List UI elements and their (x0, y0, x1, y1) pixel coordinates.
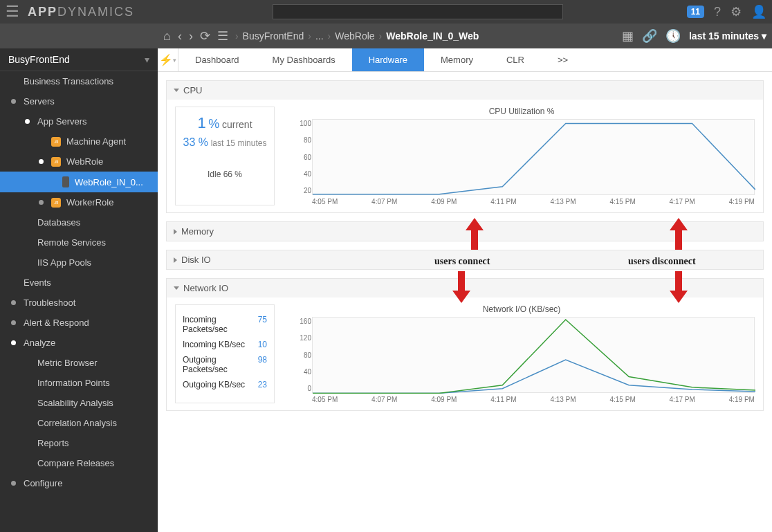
tab-more[interactable]: >> (541, 48, 585, 71)
sidebar-item-reports[interactable]: Reports (0, 433, 158, 453)
breadcrumb: › BusyFrontEnd › ... › WebRole › WebRole… (235, 30, 479, 42)
sidebar-item-metric-browser[interactable]: Metric Browser (0, 353, 158, 373)
sidebar-item-correlation[interactable]: Correlation Analysis (0, 413, 158, 433)
refresh-icon[interactable]: ⟳ (200, 28, 210, 44)
notification-badge[interactable]: 11 (687, 6, 704, 18)
sidebar-app-selector[interactable]: BusyFrontEnd▾ (0, 48, 158, 71)
dotnet-icon: .n (51, 157, 61, 167)
breadcrumb-tier[interactable]: WebRole (335, 30, 374, 42)
grid-icon[interactable]: ▦ (622, 28, 634, 44)
sidebar-item-troubleshoot[interactable]: Troubleshoot (0, 293, 158, 313)
list-icon[interactable]: ☰ (217, 28, 228, 44)
annot-connect: users connect (434, 256, 490, 267)
sidebar-item-workerrole[interactable]: .nWorkerRole (0, 192, 158, 212)
cpu-avg-value: 33 % (183, 136, 208, 148)
breadcrumb-node: WebRole_IN_0_Web (386, 30, 479, 42)
sidebar-item-configure[interactable]: Configure (0, 473, 158, 493)
content-area: ⚡▾ Dashboard My Dashboards Hardware Memo… (158, 48, 772, 532)
bolt-icon[interactable]: ⚡▾ (158, 48, 178, 71)
sidebar-item-servers[interactable]: Servers (0, 91, 158, 111)
sidebar-item-databases[interactable]: Databases (0, 212, 158, 232)
logo-part2: DYNAMICS (57, 5, 134, 19)
home-icon[interactable]: ⌂ (163, 29, 171, 44)
panel-cpu-header[interactable]: CPU (167, 81, 763, 100)
cpu-current-card: 1 % current 33 % last 15 minutes Idle 66… (175, 107, 275, 205)
sidebar-item-info-points[interactable]: Information Points (0, 373, 158, 393)
tab-strip: ⚡▾ Dashboard My Dashboards Hardware Memo… (158, 48, 772, 72)
arrow-up-connect (466, 218, 484, 250)
gear-icon[interactable]: ⚙ (730, 4, 742, 19)
top-bar: ☰ APPDYNAMICS 11 ? ⚙ 👤 (0, 0, 772, 24)
help-icon[interactable]: ? (714, 5, 721, 19)
panel-cpu: CPU 1 % current 33 % last 15 minutes Idl… (166, 80, 764, 213)
cpu-chart[interactable]: 10080604020 (312, 119, 755, 195)
net-row: Incoming Packets/sec75 (183, 312, 267, 337)
cpu-chart-title: CPU Utilization % (288, 107, 755, 116)
device-icon (62, 176, 69, 187)
arrow-up-disconnect (670, 218, 688, 250)
net-chart-title: Network I/O (KB/sec) (288, 304, 755, 314)
sidebar-item-app-servers[interactable]: App Servers (0, 111, 158, 131)
tab-my-dashboards[interactable]: My Dashboards (256, 48, 352, 71)
cpu-idle: Idle 66 % (183, 169, 267, 179)
breadcrumb-app[interactable]: BusyFrontEnd (243, 30, 304, 42)
logo-part1: APP (28, 5, 57, 19)
svg-marker-0 (466, 218, 484, 250)
sidebar-item-remote[interactable]: Remote Services (0, 232, 158, 253)
clock-icon: 🕔 (665, 28, 681, 44)
tab-clr[interactable]: CLR (490, 48, 541, 71)
dotnet-icon: .n (51, 137, 61, 147)
net-row: Outgoing KB/sec23 (183, 377, 267, 392)
logo[interactable]: APPDYNAMICS (28, 5, 134, 19)
net-row: Outgoing Packets/sec98 (183, 352, 267, 377)
sidebar-item-webrole[interactable]: .nWebRole (0, 152, 158, 172)
sidebar-item-alert[interactable]: Alert & Respond (0, 313, 158, 333)
sidebar-item-webrole-in0[interactable]: WebRole_IN_0... (0, 172, 158, 192)
annot-disconnect: users disconnect (628, 256, 696, 267)
net-chart[interactable]: 16012080400 (312, 317, 755, 393)
sidebar: BusyFrontEnd▾ Business Transactions Serv… (0, 48, 158, 532)
svg-marker-2 (670, 218, 688, 250)
network-stats: Incoming Packets/sec75 Incoming KB/sec10… (175, 304, 275, 403)
tab-dashboard[interactable]: Dashboard (178, 48, 256, 71)
forward-icon[interactable]: › (189, 29, 193, 44)
menu-icon[interactable]: ☰ (6, 3, 19, 21)
tab-memory[interactable]: Memory (424, 48, 490, 71)
sidebar-item-analyze[interactable]: Analyze (0, 333, 158, 353)
search-input[interactable] (273, 4, 563, 19)
svg-marker-3 (670, 271, 688, 303)
arrow-down-disconnect (670, 271, 688, 303)
dotnet-icon: .n (51, 198, 61, 208)
svg-marker-1 (452, 271, 470, 303)
tab-hardware[interactable]: Hardware (352, 48, 424, 71)
cpu-current-value: 1 (197, 114, 205, 131)
sidebar-item-iis[interactable]: IIS App Pools (0, 253, 158, 273)
net-row: Incoming KB/sec10 (183, 337, 267, 352)
sidebar-item-machine-agent[interactable]: .nMachine Agent (0, 131, 158, 152)
breadcrumb-bar: ⌂ ‹ › ⟳ ☰ › BusyFrontEnd › ... › WebRole… (0, 24, 772, 48)
link-icon[interactable]: 🔗 (642, 28, 657, 44)
sidebar-item-scalability[interactable]: Scalability Analysis (0, 393, 158, 413)
arrow-down-connect (452, 271, 470, 303)
sidebar-item-biz-tx[interactable]: Business Transactions (0, 71, 158, 91)
sidebar-item-events[interactable]: Events (0, 273, 158, 293)
user-icon[interactable]: 👤 (751, 4, 766, 19)
timerange-picker[interactable]: last 15 minutes ▾ (689, 30, 766, 42)
breadcrumb-ellipsis[interactable]: ... (315, 30, 324, 42)
back-icon[interactable]: ‹ (178, 29, 182, 44)
sidebar-item-compare[interactable]: Compare Releases (0, 453, 158, 473)
